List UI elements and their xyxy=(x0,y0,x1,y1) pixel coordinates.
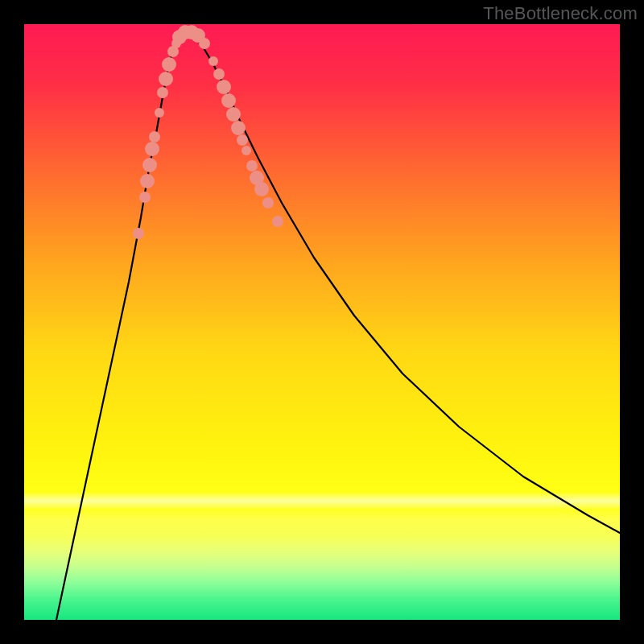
highlight-dot xyxy=(272,216,283,227)
highlight-dot xyxy=(217,80,231,94)
highlight-dot xyxy=(149,131,160,142)
highlight-dot xyxy=(254,182,269,196)
bottleneck-curve xyxy=(56,32,620,620)
highlight-dot xyxy=(262,197,274,208)
highlight-dot xyxy=(162,57,176,72)
watermark-text: TheBottleneck.com xyxy=(483,3,638,24)
chart-plot xyxy=(24,24,620,620)
highlight-dot xyxy=(237,134,248,146)
highlight-dot xyxy=(199,38,210,49)
highlight-dot xyxy=(242,146,251,155)
highlight-dot xyxy=(157,87,168,98)
highlight-dot xyxy=(208,56,218,66)
highlight-dot xyxy=(231,121,246,135)
highlight-dot xyxy=(159,72,173,86)
highlight-dot xyxy=(145,142,159,156)
chart-frame xyxy=(24,24,620,620)
highlight-dot xyxy=(226,107,241,122)
highlight-dot xyxy=(140,174,155,188)
highlight-dot xyxy=(221,93,236,108)
highlight-dot xyxy=(133,228,144,239)
highlight-dot xyxy=(142,158,157,172)
highlight-dot xyxy=(213,68,225,80)
highlight-dot xyxy=(155,108,164,118)
highlight-dot xyxy=(139,192,151,203)
highlight-dot xyxy=(246,160,258,171)
